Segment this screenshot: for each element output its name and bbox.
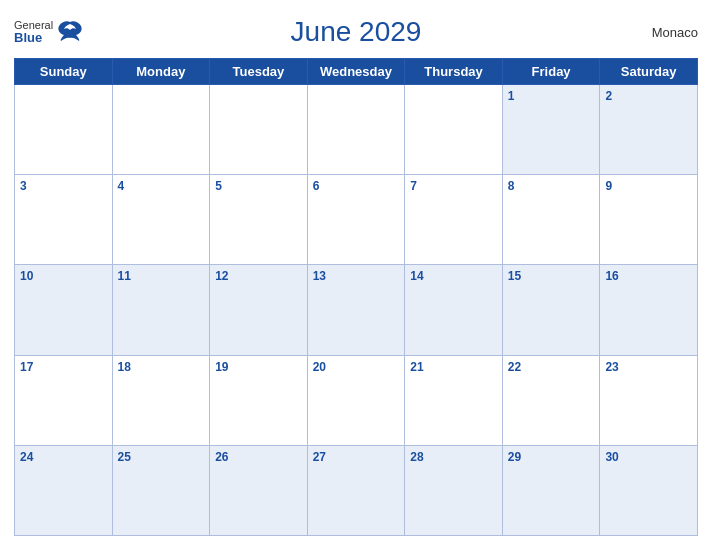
calendar-cell — [210, 85, 308, 175]
day-number: 29 — [508, 450, 521, 464]
calendar-cell — [112, 85, 210, 175]
calendar-cell: 1 — [502, 85, 600, 175]
calendar-week-row: 12 — [15, 85, 698, 175]
day-number: 24 — [20, 450, 33, 464]
weekday-header-saturday: Saturday — [600, 59, 698, 85]
day-number: 16 — [605, 269, 618, 283]
calendar-cell: 28 — [405, 445, 503, 535]
day-number: 22 — [508, 360, 521, 374]
day-number: 11 — [118, 269, 131, 283]
logo-blue: Blue — [14, 31, 53, 45]
logo: General Blue — [14, 19, 83, 45]
day-number: 9 — [605, 179, 612, 193]
day-number: 1 — [508, 89, 515, 103]
calendar-cell: 18 — [112, 355, 210, 445]
calendar-week-row: 3456789 — [15, 175, 698, 265]
calendar-cell: 7 — [405, 175, 503, 265]
calendar-cell: 24 — [15, 445, 113, 535]
country-label: Monaco — [652, 25, 698, 40]
weekday-header-friday: Friday — [502, 59, 600, 85]
calendar-cell: 3 — [15, 175, 113, 265]
calendar-week-row: 10111213141516 — [15, 265, 698, 355]
day-number: 15 — [508, 269, 521, 283]
day-number: 3 — [20, 179, 27, 193]
day-number: 8 — [508, 179, 515, 193]
logo-text-block: General Blue — [14, 19, 53, 45]
day-number: 4 — [118, 179, 125, 193]
calendar-cell — [405, 85, 503, 175]
weekday-header-sunday: Sunday — [15, 59, 113, 85]
day-number: 17 — [20, 360, 33, 374]
day-number: 14 — [410, 269, 423, 283]
calendar-cell: 14 — [405, 265, 503, 355]
calendar-cell — [307, 85, 405, 175]
day-number: 27 — [313, 450, 326, 464]
weekday-header-wednesday: Wednesday — [307, 59, 405, 85]
day-number: 2 — [605, 89, 612, 103]
calendar-body: 1234567891011121314151617181920212223242… — [15, 85, 698, 536]
calendar-header: General Blue June 2029 Monaco — [14, 10, 698, 52]
weekday-header-thursday: Thursday — [405, 59, 503, 85]
calendar-cell: 5 — [210, 175, 308, 265]
calendar-cell: 27 — [307, 445, 405, 535]
day-number: 5 — [215, 179, 222, 193]
calendar-cell: 21 — [405, 355, 503, 445]
day-number: 28 — [410, 450, 423, 464]
calendar-cell: 19 — [210, 355, 308, 445]
day-number: 6 — [313, 179, 320, 193]
calendar-cell: 4 — [112, 175, 210, 265]
calendar-cell: 26 — [210, 445, 308, 535]
calendar-cell: 23 — [600, 355, 698, 445]
calendar-cell: 15 — [502, 265, 600, 355]
calendar-cell: 22 — [502, 355, 600, 445]
day-number: 26 — [215, 450, 228, 464]
weekday-header-monday: Monday — [112, 59, 210, 85]
calendar-cell: 11 — [112, 265, 210, 355]
calendar-week-row: 24252627282930 — [15, 445, 698, 535]
calendar-cell: 2 — [600, 85, 698, 175]
calendar-cell: 17 — [15, 355, 113, 445]
calendar-cell: 9 — [600, 175, 698, 265]
day-number: 10 — [20, 269, 33, 283]
calendar-cell: 30 — [600, 445, 698, 535]
day-number: 18 — [118, 360, 131, 374]
day-number: 23 — [605, 360, 618, 374]
calendar-cell: 10 — [15, 265, 113, 355]
weekday-header-tuesday: Tuesday — [210, 59, 308, 85]
day-number: 13 — [313, 269, 326, 283]
day-number: 25 — [118, 450, 131, 464]
day-number: 12 — [215, 269, 228, 283]
calendar-cell: 29 — [502, 445, 600, 535]
calendar-header-row: SundayMondayTuesdayWednesdayThursdayFrid… — [15, 59, 698, 85]
calendar-cell — [15, 85, 113, 175]
day-number: 7 — [410, 179, 417, 193]
day-number: 19 — [215, 360, 228, 374]
logo-bird-icon — [57, 20, 83, 42]
day-number: 30 — [605, 450, 618, 464]
calendar-title: June 2029 — [291, 16, 422, 48]
calendar-cell: 25 — [112, 445, 210, 535]
calendar-cell: 20 — [307, 355, 405, 445]
weekday-header-row: SundayMondayTuesdayWednesdayThursdayFrid… — [15, 59, 698, 85]
day-number: 20 — [313, 360, 326, 374]
calendar-cell: 12 — [210, 265, 308, 355]
calendar-week-row: 17181920212223 — [15, 355, 698, 445]
calendar-cell: 6 — [307, 175, 405, 265]
day-number: 21 — [410, 360, 423, 374]
calendar-cell: 13 — [307, 265, 405, 355]
calendar-table: SundayMondayTuesdayWednesdayThursdayFrid… — [14, 58, 698, 536]
calendar-cell: 16 — [600, 265, 698, 355]
calendar-cell: 8 — [502, 175, 600, 265]
